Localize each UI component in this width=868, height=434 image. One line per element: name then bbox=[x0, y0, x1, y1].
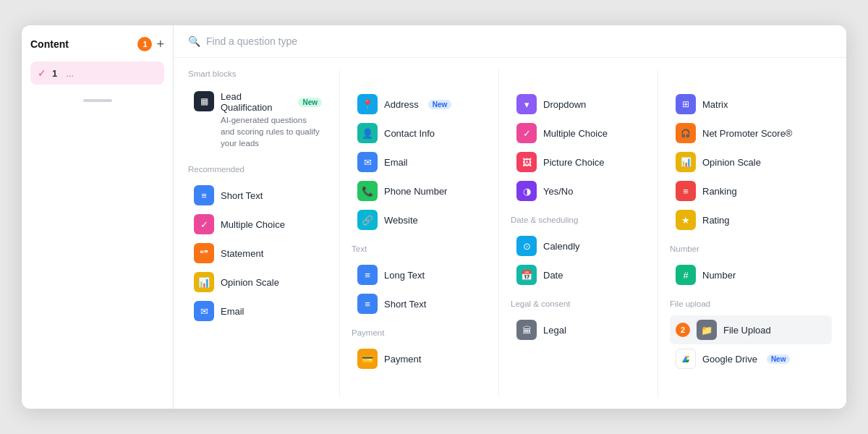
matrix-icon: ⊞ bbox=[676, 94, 696, 114]
opinion-scale-label: Opinion Scale bbox=[221, 277, 279, 288]
matrix-item[interactable]: ⊞ Matrix bbox=[670, 90, 832, 119]
date-item[interactable]: 📅 Date bbox=[511, 260, 646, 289]
website-item[interactable]: 🔗 Website bbox=[352, 205, 487, 234]
short-text-label: Short Text bbox=[221, 190, 263, 201]
recommended-section: Recommended ≡ Short Text ✓ Multiple Choi… bbox=[188, 165, 328, 326]
recommended-multiple-choice[interactable]: ✓ Multiple Choice bbox=[188, 210, 328, 239]
contact-info-label: Contact Info bbox=[384, 128, 435, 139]
multiple-choice2-item[interactable]: ✓ Multiple Choice bbox=[511, 119, 646, 148]
website-icon: 🔗 bbox=[357, 210, 378, 230]
add-button[interactable]: + bbox=[156, 38, 164, 51]
check-icon: ✓ bbox=[38, 67, 46, 79]
file-upload-label: File Upload bbox=[723, 325, 771, 336]
rating-item[interactable]: ★ Rating bbox=[670, 205, 832, 234]
file-upload-icon: 📁 bbox=[697, 320, 717, 340]
address-icon: 📍 bbox=[357, 94, 378, 114]
multiple-choice-label: Multiple Choice bbox=[221, 219, 285, 230]
recommended-short-text[interactable]: ≡ Short Text bbox=[188, 181, 328, 210]
address-badge: New bbox=[428, 100, 452, 109]
scroll-indicator bbox=[83, 99, 112, 102]
lead-qual-icon: ▦ bbox=[194, 91, 214, 111]
dropdown-item[interactable]: ▾ Dropdown bbox=[511, 90, 646, 119]
calendly-icon: ⊙ bbox=[516, 236, 537, 256]
sidebar-header-right: 1 + bbox=[137, 37, 164, 51]
google-drive-label: Google Drive bbox=[702, 354, 757, 365]
opinion-scale2-item[interactable]: 📊 Opinion Scale bbox=[670, 148, 832, 176]
payment-icon: 💳 bbox=[357, 349, 378, 369]
short-text2-icon: ≡ bbox=[357, 294, 378, 314]
payment-label-text: Payment bbox=[384, 354, 421, 365]
recommended-statement[interactable]: ❝❞ Statement bbox=[188, 239, 328, 268]
picture-choice-item[interactable]: 🖼 Picture Choice bbox=[511, 148, 646, 176]
multiple-choice2-label: Multiple Choice bbox=[543, 128, 608, 139]
calendly-item[interactable]: ⊙ Calendly bbox=[511, 231, 646, 260]
date-scheduling-label: Date & scheduling bbox=[511, 216, 646, 224]
statement-icon: ❝❞ bbox=[194, 243, 214, 263]
number-item[interactable]: # Number bbox=[670, 260, 832, 289]
short-text2-item[interactable]: ≡ Short Text bbox=[352, 289, 487, 318]
date-icon: 📅 bbox=[516, 265, 537, 285]
short-text-icon: ≡ bbox=[194, 185, 214, 205]
file-upload-section-label: File upload bbox=[670, 299, 832, 308]
yes-no-icon: ◑ bbox=[516, 181, 537, 201]
picture-choice-label: Picture Choice bbox=[543, 157, 605, 168]
recommended-email[interactable]: ✉ Email bbox=[188, 297, 328, 326]
picture-choice-icon: 🖼 bbox=[516, 152, 537, 172]
website-label: Website bbox=[384, 215, 418, 226]
recommended-opinion-scale[interactable]: 📊 Opinion Scale bbox=[188, 268, 328, 297]
file-upload-section: File upload 2 📁 File Upload bbox=[670, 299, 832, 373]
google-drive-badge: New bbox=[767, 354, 791, 364]
number-icon: # bbox=[676, 265, 696, 285]
dropdown-label: Dropdown bbox=[543, 99, 586, 110]
long-text-item[interactable]: ≡ Long Text bbox=[352, 260, 487, 289]
google-drive-icon bbox=[676, 349, 696, 369]
nps-label: Net Promoter Score® bbox=[702, 128, 792, 139]
app-window: Content 1 + ✓ 1 ... 🔍 Smart blocks bbox=[22, 25, 846, 409]
legal-section: Legal & consent 🏛 Legal bbox=[511, 299, 646, 344]
text-label: Text bbox=[352, 244, 487, 253]
col-4: ⊞ Matrix 🎧 Net Promoter Score® 📊 Opinion… bbox=[658, 69, 832, 397]
address-item[interactable]: 📍 Address New bbox=[352, 90, 487, 119]
search-input[interactable] bbox=[206, 35, 832, 47]
email2-item[interactable]: ✉ Email bbox=[352, 148, 487, 176]
payment-item[interactable]: 💳 Payment bbox=[352, 344, 487, 373]
matrix-label: Matrix bbox=[702, 99, 728, 110]
sidebar-title: Content bbox=[30, 38, 69, 50]
contact-info-item[interactable]: 👤 Contact Info bbox=[352, 119, 487, 148]
rating-icon: ★ bbox=[676, 210, 696, 230]
statement-label: Statement bbox=[221, 248, 263, 259]
sidebar: Content 1 + ✓ 1 ... bbox=[22, 25, 174, 409]
search-icon: 🔍 bbox=[188, 35, 200, 47]
legal-item[interactable]: 🏛 Legal bbox=[511, 315, 646, 344]
payment-section: Payment 💳 Payment bbox=[352, 328, 487, 373]
address-label: Address bbox=[384, 99, 419, 110]
short-text2-label: Short Text bbox=[384, 299, 426, 310]
search-bar: 🔍 bbox=[174, 25, 846, 58]
opinion-scale2-icon: 📊 bbox=[676, 152, 696, 172]
legal-label: Legal & consent bbox=[511, 299, 646, 308]
phone-label: Phone Number bbox=[384, 186, 447, 197]
nps-item[interactable]: 🎧 Net Promoter Score® bbox=[670, 119, 832, 148]
col-2: 📍 Address New 👤 Contact Info ✉ Email 📞 bbox=[340, 69, 499, 397]
opinion-scale2-label: Opinion Scale bbox=[702, 157, 761, 168]
dropdown-icon: ▾ bbox=[516, 94, 537, 114]
sidebar-header: Content 1 + bbox=[30, 37, 164, 51]
sidebar-item-1[interactable]: ✓ 1 ... bbox=[30, 61, 164, 85]
text-section: Text ≡ Long Text ≡ Short Text bbox=[352, 244, 487, 318]
email-label: Email bbox=[221, 306, 244, 317]
sidebar-badge: 1 bbox=[137, 37, 152, 51]
yes-no-item[interactable]: ◑ Yes/No bbox=[511, 176, 646, 205]
phone-number-item[interactable]: 📞 Phone Number bbox=[352, 176, 487, 205]
item-dots: ... bbox=[66, 68, 74, 79]
lead-qualification-item[interactable]: ▦ Lead Qualification New AI-generated qu… bbox=[188, 85, 328, 155]
payment-label: Payment bbox=[352, 328, 487, 337]
ranking-item[interactable]: ≡ Ranking bbox=[670, 176, 832, 205]
multiple-choice-icon: ✓ bbox=[194, 214, 214, 234]
nps-icon: 🎧 bbox=[676, 123, 696, 143]
lead-qual-text: Lead Qualification New AI-generated ques… bbox=[221, 91, 322, 149]
email-icon: ✉ bbox=[194, 301, 214, 321]
google-drive-item[interactable]: Google Drive New bbox=[670, 344, 832, 373]
file-upload-item[interactable]: 2 📁 File Upload bbox=[670, 315, 832, 344]
ranking-label: Ranking bbox=[702, 186, 737, 197]
main-panel: 🔍 Smart blocks ▦ Lead Qualification New … bbox=[174, 25, 846, 409]
